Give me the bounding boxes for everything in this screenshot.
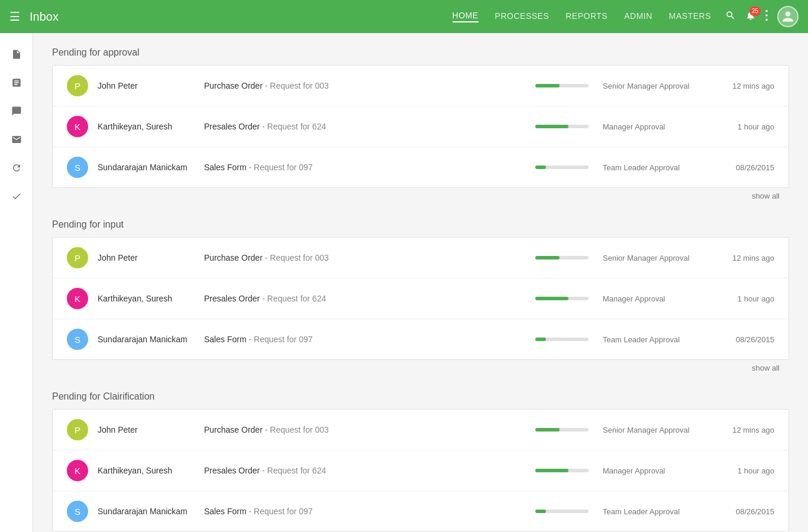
approval-stage: Team Leader Approval — [603, 507, 709, 516]
list-row[interactable]: S Sundararajan Manickam Sales Form - Req… — [53, 491, 788, 531]
list-row[interactable]: K Karthikeyan, Suresh Presales Order - R… — [53, 106, 788, 147]
process-bold: Presales Order — [204, 122, 260, 131]
process-bold: Presales Order — [204, 466, 260, 475]
list-row[interactable]: K Karthikeyan, Suresh Presales Order - R… — [53, 278, 788, 319]
section-pending-clarification: Pending for Clairification P John Peter … — [52, 391, 789, 532]
timestamp: 08/26/2015 — [709, 163, 774, 172]
timestamp: 12 mins ago — [709, 254, 774, 262]
nav-admin[interactable]: ADMIN — [624, 11, 652, 22]
main-content: Pending for approval P John Peter Purcha… — [33, 33, 808, 532]
process-light: - Request for 624 — [262, 466, 326, 475]
user-avatar-circle: K — [67, 460, 88, 481]
process-light: - Request for 003 — [265, 253, 329, 262]
user-name: John Peter — [98, 253, 204, 262]
user-avatar-circle: S — [67, 329, 88, 350]
process-name: Sales Form - Request for 097 — [204, 507, 521, 516]
nav-processes[interactable]: PROCESSES — [495, 11, 550, 22]
timestamp: 1 hour ago — [709, 294, 774, 303]
process-light: - Request for 097 — [248, 507, 312, 516]
user-avatar[interactable] — [777, 6, 799, 27]
process-name: Presales Order - Request for 624 — [204, 122, 521, 131]
sidebar-refresh-icon[interactable] — [5, 156, 28, 180]
sidebar — [0, 33, 33, 532]
timestamp: 08/26/2015 — [709, 507, 774, 516]
svg-point-1 — [765, 14, 768, 17]
progress-bar-container — [535, 256, 589, 259]
approval-stage: Manager Approval — [603, 294, 709, 303]
more-options-icon[interactable] — [765, 10, 768, 24]
search-icon[interactable] — [725, 10, 736, 24]
list-row[interactable]: S Sundararajan Manickam Sales Form - Req… — [53, 147, 788, 187]
section-pending-approval: Pending for approval P John Peter Purcha… — [52, 47, 789, 205]
nav-masters[interactable]: MASTERS — [669, 11, 711, 22]
process-name: Presales Order - Request for 624 — [204, 294, 521, 303]
progress-fill — [535, 297, 568, 300]
sidebar-doc2-icon[interactable] — [5, 71, 28, 95]
user-avatar-circle: K — [67, 116, 88, 137]
main-nav: HOME PROCESSES REPORTS ADMIN MASTERS — [453, 11, 711, 22]
user-avatar-circle: P — [67, 75, 88, 96]
progress-bar-container — [535, 84, 589, 87]
user-name: Karthikeyan, Suresh — [98, 294, 204, 303]
nav-home[interactable]: HOME — [453, 11, 479, 22]
list-row[interactable]: P John Peter Purchase Order - Request fo… — [53, 410, 788, 450]
approval-stage: Team Leader Approval — [603, 335, 709, 344]
approval-stage: Manager Approval — [603, 466, 709, 475]
user-avatar-circle: S — [67, 157, 88, 178]
timestamp: 1 hour ago — [709, 122, 774, 131]
process-bold: Sales Form — [204, 507, 247, 516]
user-name: Sundararajan Manickam — [98, 507, 204, 516]
process-name: Sales Form - Request for 097 — [204, 335, 521, 344]
sidebar-check-icon[interactable] — [5, 184, 28, 208]
section-card: P John Peter Purchase Order - Request fo… — [52, 409, 789, 532]
sidebar-chat-icon[interactable] — [5, 99, 28, 123]
sidebar-doc-icon[interactable] — [5, 43, 28, 66]
progress-bar-container — [535, 125, 589, 128]
process-light: - Request for 003 — [265, 425, 329, 434]
process-bold: Purchase Order — [204, 425, 263, 434]
process-name: Purchase Order - Request for 003 — [204, 81, 521, 90]
process-name: Presales Order - Request for 624 — [204, 466, 521, 475]
progress-fill — [535, 469, 568, 472]
timestamp: 12 mins ago — [709, 82, 774, 90]
process-light: - Request for 097 — [248, 335, 312, 344]
process-name: Purchase Order - Request for 003 — [204, 425, 521, 434]
user-avatar-circle: P — [67, 247, 88, 268]
progress-fill — [535, 428, 560, 432]
nav-reports[interactable]: REPORTS — [565, 11, 607, 22]
progress-bar-container — [535, 297, 589, 300]
timestamp: 12 mins ago — [709, 426, 774, 434]
approval-stage: Senior Manager Approval — [603, 82, 709, 90]
sidebar-mail-icon[interactable] — [5, 128, 28, 151]
process-name: Sales Form - Request for 097 — [204, 163, 521, 172]
progress-bar-container — [535, 469, 589, 472]
process-bold: Purchase Order — [204, 253, 263, 262]
approval-stage: Senior Manager Approval — [603, 426, 709, 434]
progress-bar-container — [535, 428, 589, 432]
user-name: John Peter — [98, 425, 204, 434]
list-row[interactable]: K Karthikeyan, Suresh Presales Order - R… — [53, 450, 788, 491]
progress-fill — [535, 166, 546, 169]
list-row[interactable]: P John Peter Purchase Order - Request fo… — [53, 66, 788, 106]
section-card: P John Peter Purchase Order - Request fo… — [52, 237, 789, 360]
user-avatar-circle: K — [67, 288, 88, 309]
process-bold: Sales Form — [204, 163, 247, 172]
progress-bar-container — [535, 338, 589, 341]
user-name: Karthikeyan, Suresh — [98, 122, 204, 131]
progress-fill — [535, 125, 568, 128]
timestamp: 08/26/2015 — [709, 335, 774, 344]
notification-icon[interactable]: 25 — [745, 10, 756, 24]
svg-point-2 — [765, 18, 768, 21]
section-title: Pending for input — [52, 219, 789, 230]
progress-bar-container — [535, 166, 589, 169]
hamburger-menu-icon[interactable]: ☰ — [9, 9, 20, 24]
progress-fill — [535, 510, 546, 513]
user-name: John Peter — [98, 81, 204, 90]
notification-badge: 25 — [749, 7, 761, 16]
progress-fill — [535, 84, 560, 87]
show-all-link[interactable]: show all — [752, 192, 780, 200]
list-row[interactable]: P John Peter Purchase Order - Request fo… — [53, 238, 788, 278]
progress-fill — [535, 338, 546, 341]
show-all-link[interactable]: show all — [752, 364, 780, 372]
list-row[interactable]: S Sundararajan Manickam Sales Form - Req… — [53, 319, 788, 359]
